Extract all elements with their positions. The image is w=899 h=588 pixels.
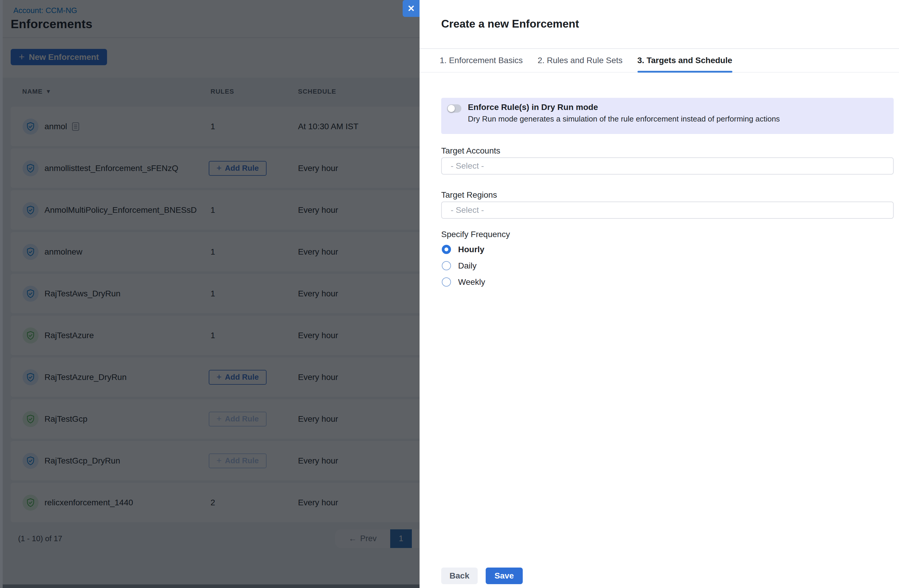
drawer-title: Create a new Enforcement	[441, 18, 579, 30]
left-window-edge	[0, 0, 3, 588]
target-regions-label: Target Regions	[441, 190, 497, 200]
target-accounts-select[interactable]: - Select -	[441, 157, 894, 174]
dry-run-toggle[interactable]	[447, 104, 461, 113]
tab-enforcement-basics[interactable]: 1. Enforcement Basics	[440, 49, 523, 72]
toggle-knob	[448, 105, 455, 112]
close-icon: ✕	[408, 3, 415, 14]
drawer-body: Enforce Rule(s) in Dry Run mode Dry Run …	[441, 73, 894, 588]
create-enforcement-drawer: ✕ Create a new Enforcement 1. Enforcemen…	[420, 0, 899, 588]
close-button[interactable]: ✕	[403, 0, 420, 17]
drawer-header: Create a new Enforcement	[420, 0, 899, 49]
wizard-tabs: 1. Enforcement Basics 2. Rules and Rule …	[420, 49, 899, 73]
radio-icon	[442, 245, 451, 254]
tab-targets-and-schedule[interactable]: 3. Targets and Schedule	[638, 49, 732, 72]
radio-icon	[442, 261, 451, 270]
radio-icon	[442, 278, 451, 287]
dry-run-banner: Enforce Rule(s) in Dry Run mode Dry Run …	[441, 98, 894, 134]
save-button[interactable]: Save	[486, 568, 523, 584]
target-accounts-label: Target Accounts	[441, 146, 500, 156]
specify-frequency-label: Specify Frequency	[441, 230, 510, 239]
frequency-option-hourly[interactable]: Hourly	[442, 241, 485, 258]
frequency-option-weekly[interactable]: Weekly	[442, 274, 485, 290]
frequency-option-daily[interactable]: Daily	[442, 258, 476, 274]
select-placeholder: - Select -	[451, 205, 484, 215]
app-window: Account: CCM-NG Enforcements + New Enfor…	[0, 0, 899, 588]
dry-run-title: Enforce Rule(s) in Dry Run mode	[468, 103, 598, 112]
dry-run-description: Dry Run mode generates a simulation of t…	[468, 114, 780, 123]
tab-rules-and-rule-sets[interactable]: 2. Rules and Rule Sets	[538, 49, 623, 72]
select-placeholder: - Select -	[451, 161, 484, 171]
target-regions-select[interactable]: - Select -	[441, 202, 894, 219]
back-button[interactable]: Back	[441, 568, 478, 584]
